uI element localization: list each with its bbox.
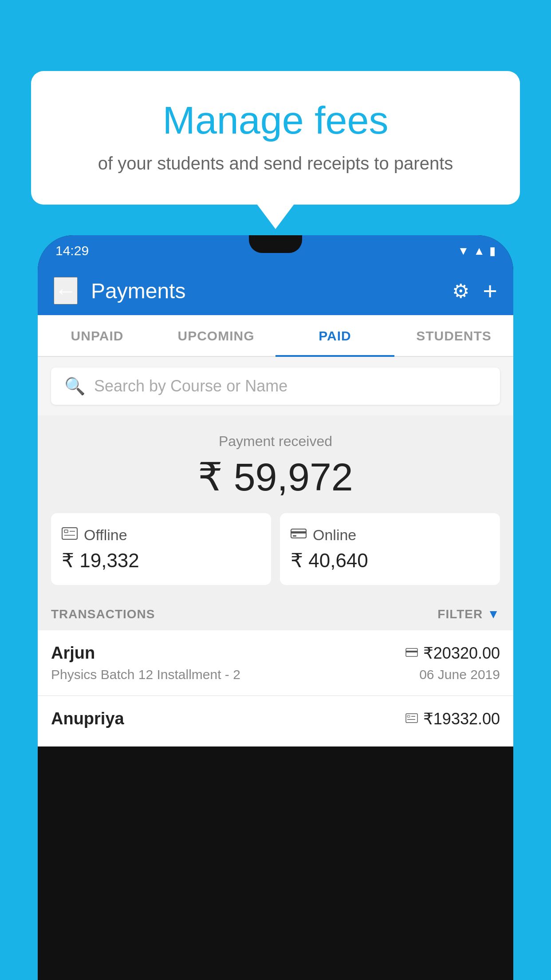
transaction-course: Physics Batch 12 Installment - 2 (51, 667, 240, 682)
offline-icon (62, 527, 78, 543)
transaction-top: Anupriya ₹19332.00 (51, 709, 500, 728)
wifi-icon: ▼ (458, 244, 469, 258)
app-header: ← Payments ⚙ + (38, 266, 513, 315)
transaction-amount: ₹20320.00 (423, 644, 500, 663)
payment-received-amount: ₹ 59,972 (38, 454, 513, 500)
card-type-online: Online (291, 526, 489, 544)
filter-label: FILTER (437, 607, 483, 621)
status-bar: 14:29 ▼ ▲ ▮ (38, 235, 513, 266)
phone-frame: 14:29 ▼ ▲ ▮ ← Payments ⚙ + UNPAID UPCOMI… (38, 235, 513, 980)
filter-button[interactable]: FILTER ▼ (437, 607, 500, 621)
online-icon (291, 527, 307, 543)
app-title: Payments (91, 279, 439, 303)
svg-rect-9 (406, 714, 417, 723)
online-label: Online (313, 526, 356, 544)
online-amount: ₹ 40,640 (291, 549, 489, 572)
offline-payment-card: Offline ₹ 19,332 (51, 513, 271, 585)
status-icons: ▼ ▲ ▮ (458, 244, 496, 258)
status-time: 14:29 (55, 243, 89, 258)
transaction-bottom: Physics Batch 12 Installment - 2 06 June… (51, 667, 500, 682)
transaction-name: Anupriya (51, 709, 124, 728)
add-button[interactable]: + (483, 277, 497, 305)
svg-rect-1 (64, 530, 68, 533)
svg-rect-5 (291, 531, 306, 533)
transaction-name: Arjun (51, 644, 95, 663)
offline-amount: ₹ 19,332 (62, 549, 260, 572)
transaction-date: 06 June 2019 (419, 667, 500, 682)
search-icon: 🔍 (64, 376, 85, 396)
card-type-offline: Offline (62, 526, 260, 544)
speech-bubble: Manage fees of your students and send re… (31, 71, 520, 205)
offline-label: Offline (84, 526, 127, 544)
header-icons: ⚙ + (452, 277, 497, 305)
signal-icon: ▲ (473, 244, 485, 258)
tabs-bar: UNPAID UPCOMING PAID STUDENTS (38, 315, 513, 357)
transaction-cash-icon (405, 712, 418, 726)
phone-notch (249, 235, 302, 253)
tab-paid[interactable]: PAID (276, 315, 394, 357)
tab-unpaid[interactable]: UNPAID (38, 315, 157, 357)
transactions-label: TRANSACTIONS (51, 607, 155, 621)
transaction-card-icon (405, 646, 418, 660)
payment-cards: Offline ₹ 19,332 Online ₹ 40,640 (38, 513, 513, 598)
speech-bubble-subtitle: of your students and send receipts to pa… (67, 154, 484, 174)
transaction-amount-wrap: ₹20320.00 (405, 644, 500, 663)
filter-icon: ▼ (487, 607, 500, 621)
transactions-header: TRANSACTIONS FILTER ▼ (38, 598, 513, 630)
tab-upcoming[interactable]: UPCOMING (157, 315, 276, 357)
transaction-top: Arjun ₹20320.00 (51, 644, 500, 663)
tab-students[interactable]: STUDENTS (394, 315, 513, 357)
search-placeholder: Search by Course or Name (94, 377, 287, 395)
svg-rect-0 (62, 528, 77, 539)
svg-rect-8 (406, 651, 417, 652)
payment-received-section: Payment received ₹ 59,972 (38, 415, 513, 513)
transaction-row[interactable]: Anupriya ₹19332.00 (38, 696, 513, 747)
transaction-amount: ₹19332.00 (423, 710, 500, 728)
online-payment-card: Online ₹ 40,640 (280, 513, 500, 585)
search-section: 🔍 Search by Course or Name (38, 357, 513, 415)
speech-bubble-title: Manage fees (67, 98, 484, 143)
transaction-amount-wrap: ₹19332.00 (405, 710, 500, 728)
battery-icon: ▮ (489, 244, 496, 258)
search-input-container[interactable]: 🔍 Search by Course or Name (51, 368, 500, 405)
svg-rect-6 (293, 535, 296, 537)
payment-received-label: Payment received (38, 433, 513, 450)
settings-button[interactable]: ⚙ (452, 280, 469, 302)
back-button[interactable]: ← (54, 277, 78, 304)
svg-rect-10 (407, 715, 410, 717)
transaction-row[interactable]: Arjun ₹20320.00 Physics Batch 12 Install… (38, 630, 513, 696)
